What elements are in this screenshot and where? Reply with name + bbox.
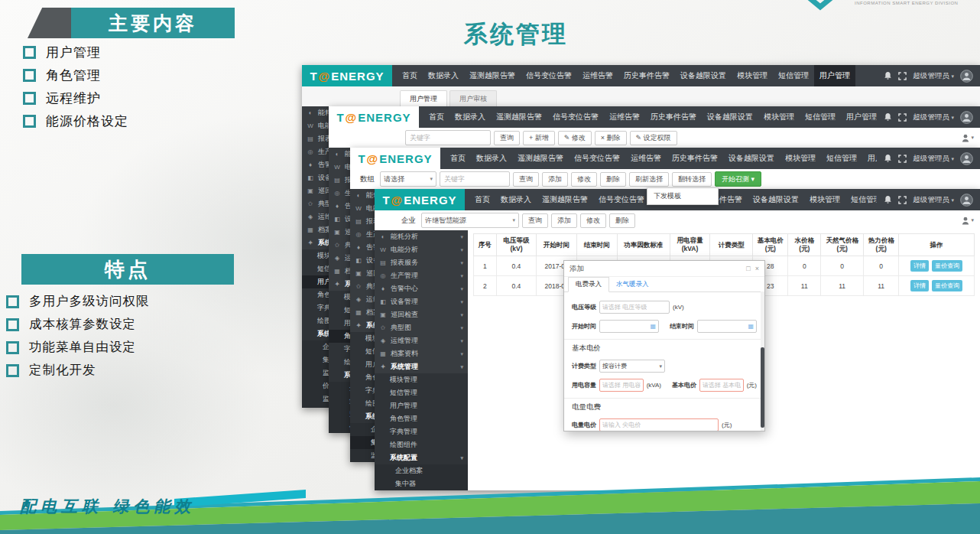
toolbar-button[interactable]: 删除 xyxy=(609,213,635,228)
sidebar-item-link[interactable]: 模块管理 xyxy=(375,373,468,386)
nav-item-link[interactable]: 模块管理 xyxy=(732,65,773,86)
start-polling-button[interactable]: 开始召测 ▾ xyxy=(715,171,761,187)
row-action-button[interactable]: 详情 xyxy=(910,260,929,272)
toolbar-button[interactable]: 添加 xyxy=(542,172,568,187)
sidebar-item-link[interactable]: ◐能耗分析▾ xyxy=(375,230,468,243)
tab-item[interactable]: 用户审核 xyxy=(449,90,497,106)
fullscreen-icon[interactable] xyxy=(898,155,907,163)
billing-type-select[interactable]: 按容计费▾ xyxy=(599,360,665,373)
capacity-input[interactable]: 请选择 用电容量 xyxy=(599,379,644,392)
sidebar-item-link[interactable]: ▣巡回检查▾ xyxy=(375,308,468,321)
toolbar-button[interactable]: 添加 xyxy=(551,213,577,228)
bell-icon[interactable] xyxy=(884,154,892,163)
toolbar-button[interactable]: 修改 xyxy=(571,172,597,187)
toolbar-button[interactable]: ✎ 设定权限 xyxy=(630,131,677,145)
nav-item-link[interactable]: 遥测越限告警 xyxy=(512,148,569,169)
nav-item-link[interactable]: 运维告警 xyxy=(577,65,618,86)
user-menu[interactable]: 超级管理员 ▾ xyxy=(913,195,954,205)
nav-item-active[interactable]: 用户管理 xyxy=(814,65,855,86)
fullscreen-icon[interactable] xyxy=(898,196,907,204)
scrollbar-thumb[interactable] xyxy=(761,347,764,428)
nav-item-link[interactable]: 设备越限设置 xyxy=(748,189,804,210)
nav-item-link[interactable]: 首页 xyxy=(469,189,495,210)
nav-item-link[interactable]: 用户管理 xyxy=(862,148,877,169)
end-time-input[interactable]: ▦ xyxy=(697,320,757,333)
nav-item-link[interactable]: 短信管理 xyxy=(821,148,862,169)
sidebar-item-link[interactable]: ▦档案资料▾ xyxy=(375,347,468,360)
user-caret-icon[interactable]: ▾ xyxy=(961,134,974,142)
avatar[interactable] xyxy=(960,111,973,124)
nav-item-link[interactable]: 遥测越限告警 xyxy=(491,106,547,128)
nav-item-link[interactable]: 数据录入 xyxy=(471,148,512,169)
nav-item-link[interactable]: 首页 xyxy=(445,148,471,169)
user-caret-icon[interactable]: ▾ xyxy=(961,217,974,225)
tab-electricity-entry[interactable]: 电费录入 xyxy=(568,277,609,292)
sidebar-item-link[interactable]: 角色管理 xyxy=(375,412,468,425)
start-time-input[interactable]: ▦ xyxy=(599,320,659,333)
row-action-button[interactable]: 详情 xyxy=(910,280,929,291)
sidebar-item-link[interactable]: 系统配置▾ xyxy=(375,451,468,464)
nav-item-link[interactable]: 设备越限设置 xyxy=(723,148,780,169)
toolbar-button[interactable]: 修改 xyxy=(580,213,606,228)
row-action-button[interactable]: 量价查询 xyxy=(932,260,962,272)
nav-item-link[interactable]: 短信管理 xyxy=(845,189,877,210)
avatar[interactable] xyxy=(960,152,973,165)
row-action-button[interactable]: 量价查询 xyxy=(932,280,962,291)
bell-icon[interactable] xyxy=(884,112,892,122)
nav-item-link[interactable]: 历史事件告警 xyxy=(645,106,702,128)
nav-item-link[interactable]: 历史事件告警 xyxy=(667,148,723,169)
user-menu[interactable]: 超级管理员 ▾ xyxy=(913,112,954,122)
base-price-input[interactable]: 请选择 基本电价 xyxy=(699,379,744,392)
sidebar-item-link[interactable]: ♦告警中心▾ xyxy=(375,282,468,295)
toolbar-button[interactable]: 查询 xyxy=(513,172,539,187)
nav-item-link[interactable]: 模块管理 xyxy=(758,106,800,128)
nav-item-link[interactable]: 运维告警 xyxy=(604,106,645,128)
keyword-input[interactable]: 关键字 xyxy=(440,171,510,187)
tab-water-gas-heat-entry[interactable]: 水气暖录入 xyxy=(609,278,656,291)
toolbar-button[interactable]: 删除 xyxy=(600,172,626,187)
nav-item-link[interactable]: 模块管理 xyxy=(780,148,821,169)
avatar[interactable] xyxy=(960,70,973,83)
sidebar-item-link[interactable]: 字典管理 xyxy=(375,425,468,438)
sidebar-item-link[interactable]: 短信管理 xyxy=(375,386,468,399)
sidebar-item-link[interactable]: ◈运维管理▾ xyxy=(375,334,468,347)
nav-item-link[interactable]: 首页 xyxy=(397,65,423,86)
fullscreen-icon[interactable] xyxy=(898,72,907,80)
tab-active[interactable]: 用户管理 xyxy=(400,90,447,106)
toolbar-button[interactable]: 查询 xyxy=(522,213,548,228)
bell-icon[interactable] xyxy=(884,195,892,204)
toolbar-select[interactable]: 许继智慧能源▾ xyxy=(421,213,519,228)
close-icon[interactable]: × xyxy=(755,265,759,272)
toolbar-select[interactable]: 请选择▾ xyxy=(380,171,436,187)
toolbar-button[interactable]: 查询 xyxy=(494,131,520,145)
avatar[interactable] xyxy=(960,194,973,207)
nav-item-link[interactable]: 短信管理 xyxy=(773,65,814,86)
nav-item-link[interactable]: 历史事件告警 xyxy=(618,65,675,86)
toolbar-button[interactable]: 刷新选择 xyxy=(629,172,669,187)
nav-item-link[interactable]: 模块管理 xyxy=(804,189,845,210)
nav-item-link[interactable]: 信号变位告警 xyxy=(593,189,650,210)
user-menu[interactable]: 超级管理员 ▾ xyxy=(913,154,954,164)
nav-item-link[interactable]: 信号变位告警 xyxy=(521,65,577,86)
voltage-level-input[interactable]: 请选择 电压等级 xyxy=(599,301,670,314)
sidebar-item-link[interactable]: 绘图组件 xyxy=(375,438,468,451)
nav-item-link[interactable]: 数据录入 xyxy=(449,106,491,128)
user-menu[interactable]: 超级管理员 ▾ xyxy=(913,71,954,81)
fullscreen-icon[interactable] xyxy=(898,113,907,122)
nav-item-link[interactable]: 遥测越限告警 xyxy=(464,65,521,86)
nav-item-link[interactable]: 设备越限设置 xyxy=(675,65,732,86)
nav-item-link[interactable]: 遥测越限告警 xyxy=(537,189,593,210)
bell-icon[interactable] xyxy=(884,71,892,80)
nav-item-link[interactable]: 数据录入 xyxy=(423,65,464,86)
dialog-scrollbar[interactable] xyxy=(761,291,764,431)
dropdown-item-send-template[interactable]: 下发模板 xyxy=(647,188,718,204)
toolbar-button[interactable]: ✎ 修改 xyxy=(558,131,592,145)
sidebar-item-link[interactable]: ◧设备管理▾ xyxy=(375,295,468,308)
sidebar-item-link[interactable]: ✦系统管理▾ xyxy=(375,360,468,373)
toolbar-button[interactable]: + 新增 xyxy=(523,131,555,145)
toolbar-button[interactable]: 翻转选择 xyxy=(672,172,712,187)
sidebar-item-link[interactable]: ✩典型图▾ xyxy=(375,321,468,334)
sidebar-item-link[interactable]: W电能分析▾ xyxy=(375,243,468,256)
nav-item-link[interactable]: 用户管理 xyxy=(841,106,877,128)
nav-item-link[interactable]: 首页 xyxy=(423,106,449,128)
